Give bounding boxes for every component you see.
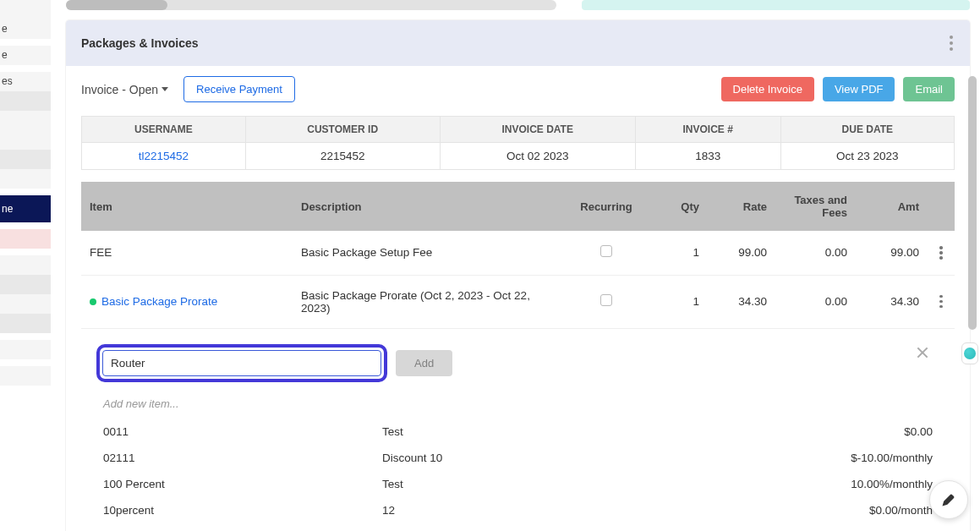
invoice-meta-table: USERNAME CUSTOMER ID INVOICE DATE INVOIC…: [81, 116, 955, 170]
packages-invoices-card: Packages & Invoices Invoice - Open Recei…: [66, 20, 970, 531]
view-pdf-button[interactable]: View PDF: [823, 77, 895, 101]
sidebar-item-label: e: [0, 19, 51, 39]
item-taxes: 0.00: [775, 231, 856, 275]
suggestion-price: $0.00/month: [823, 504, 933, 517]
suggestion-code: 0011: [103, 425, 382, 438]
add-item-search-input[interactable]: [102, 350, 381, 376]
suggestion-desc: 12: [382, 504, 823, 517]
add-item-button[interactable]: Add: [396, 350, 452, 376]
chevron-down-icon: [162, 87, 168, 91]
sidebar-item[interactable]: [0, 229, 51, 249]
recurring-checkbox[interactable]: [600, 294, 612, 306]
col-amt: Amt: [856, 182, 928, 231]
item-description: Basic Package Setup Fee: [293, 231, 564, 275]
receive-payment-button[interactable]: Receive Payment: [183, 76, 295, 102]
vertical-scrollbar[interactable]: [968, 0, 977, 389]
sidebar-item[interactable]: [0, 314, 51, 333]
invoice-state-label: Invoice - Open: [81, 83, 158, 96]
item-name-link[interactable]: Basic Package Prorate: [101, 295, 217, 308]
sidebar-item[interactable]: e: [0, 19, 51, 39]
item-rate: 99.00: [708, 231, 775, 275]
sidebar-item[interactable]: [0, 91, 51, 111]
col-item: Item: [81, 182, 293, 231]
table-row: FEEBasic Package Setup Fee199.000.0099.0…: [81, 231, 955, 275]
suggestion-price: $-10.00/monthly: [823, 452, 933, 464]
username-link[interactable]: tl2215452: [82, 143, 246, 170]
col-recurring: Recurring: [564, 182, 649, 231]
col-invoice-no: INVOICE #: [635, 117, 780, 143]
suggestion-row[interactable]: 10percent12$0.00/month: [96, 497, 939, 523]
invoice-state-dropdown[interactable]: Invoice - Open: [81, 83, 168, 96]
sidebar-item[interactable]: [0, 340, 51, 359]
sidebar-item[interactable]: es: [0, 72, 51, 91]
row-menu-icon[interactable]: [938, 293, 944, 310]
item-description: Basic Package Prorate (Oct 2, 2023 - Oct…: [293, 275, 564, 328]
suggestion-desc: Test: [382, 425, 823, 438]
row-menu-icon[interactable]: [938, 244, 944, 261]
sidebar-item-label: es: [0, 72, 51, 91]
close-icon[interactable]: [916, 346, 929, 359]
email-button[interactable]: Email: [903, 77, 955, 101]
suggestion-code: 02111: [103, 452, 382, 464]
sidebar-item[interactable]: [0, 0, 51, 19]
sidebar-item[interactable]: e: [0, 46, 51, 65]
table-row: Basic Package ProrateBasic Package Prora…: [81, 275, 955, 328]
assistant-bubble-icon[interactable]: [961, 342, 978, 364]
col-customer-id: CUSTOMER ID: [245, 117, 440, 143]
item-taxes: 0.00: [775, 275, 856, 328]
sidebar-item[interactable]: [0, 150, 51, 169]
customer-id-value: 2215452: [245, 143, 440, 170]
suggestion-desc: Test: [382, 478, 823, 490]
col-taxes: Taxes and Fees: [775, 182, 856, 231]
delete-invoice-button[interactable]: Delete Invoice: [721, 77, 814, 101]
status-dot-icon: [90, 298, 96, 305]
suggestion-row[interactable]: 12345test custom item$0.00: [96, 523, 939, 532]
sidebar-item[interactable]: [0, 111, 51, 130]
info-banner: [582, 0, 970, 10]
due-date-value: Oct 23 2023: [780, 143, 954, 170]
suggestion-price: 10.00%/monthly: [823, 478, 933, 490]
item-qty: 1: [649, 275, 708, 328]
col-username: USERNAME: [82, 117, 246, 143]
sidebar-item-active[interactable]: ne: [0, 195, 51, 222]
item-name: FEE: [90, 246, 112, 259]
col-qty: Qty: [649, 182, 708, 231]
suggestion-header: Add new item...: [103, 397, 939, 410]
suggestion-code: 10percent: [103, 504, 382, 517]
sidebar-item-label: e: [0, 46, 51, 65]
sidebar-item[interactable]: [0, 275, 51, 294]
pen-icon: [940, 491, 957, 508]
add-item-panel: Add Add new item... 0011Test$0.0002111Di…: [81, 329, 955, 532]
sidebar-item[interactable]: [0, 255, 51, 275]
sidebar-item[interactable]: [0, 294, 51, 314]
sidebar-item-label: ne: [0, 195, 51, 222]
item-rate: 34.30: [708, 275, 775, 328]
horizontal-scrollbar[interactable]: [66, 0, 556, 10]
left-sidebar: e e es ne: [0, 0, 51, 531]
section-menu-icon[interactable]: [948, 32, 955, 54]
suggestion-desc: Discount 10: [382, 452, 823, 464]
section-title: Packages & Invoices: [81, 36, 199, 50]
col-description: Description: [293, 182, 564, 231]
col-rate: Rate: [708, 182, 775, 231]
item-amt: 34.30: [856, 275, 928, 328]
recurring-checkbox[interactable]: [600, 245, 612, 257]
suggestion-row[interactable]: 0011Test$0.00: [96, 419, 939, 445]
item-qty: 1: [649, 231, 708, 275]
suggestion-price: $0.00: [823, 425, 933, 438]
sidebar-item[interactable]: [0, 366, 51, 386]
invoice-items-table: Item Description Recurring Qty Rate Taxe…: [81, 182, 955, 329]
help-fab[interactable]: [929, 480, 968, 519]
item-amt: 99.00: [856, 231, 928, 275]
suggestion-row[interactable]: 02111Discount 10$-10.00/monthly: [96, 445, 939, 471]
invoice-date-value: Oct 02 2023: [440, 143, 635, 170]
col-invoice-date: INVOICE DATE: [440, 117, 635, 143]
col-due-date: DUE DATE: [780, 117, 954, 143]
suggestion-row[interactable]: 100 PercentTest10.00%/monthly: [96, 471, 939, 497]
sidebar-item[interactable]: [0, 130, 51, 150]
invoice-no-value: 1833: [635, 143, 780, 170]
suggestion-code: 100 Percent: [103, 478, 382, 490]
sidebar-item[interactable]: [0, 169, 51, 189]
